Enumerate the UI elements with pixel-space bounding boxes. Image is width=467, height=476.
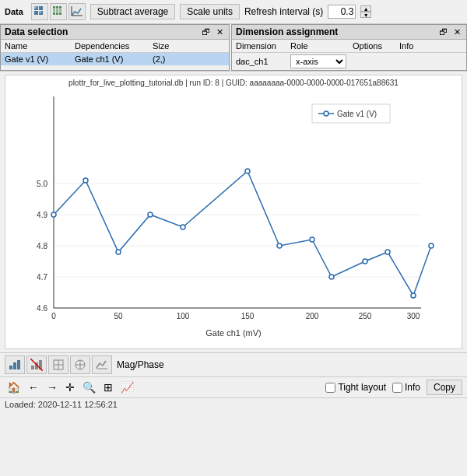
- status-text: Loaded: 2020-12-11 12:56:21: [5, 400, 118, 409]
- dimension-assignment-title: Dimension assignment: [236, 26, 338, 37]
- tight-layout-label: Tight layout: [338, 382, 386, 393]
- bottom-toolbar: Mag/Phase: [0, 352, 467, 376]
- zoom-icon[interactable]: 🔍: [80, 380, 98, 395]
- col-options: Options: [353, 41, 399, 51]
- svg-rect-14: [59, 12, 61, 15]
- forward-icon[interactable]: →: [44, 380, 60, 395]
- data-selection-panel: Data selection 🗗 ✕ Name Dependencies Siz…: [0, 24, 230, 71]
- icon5-btn[interactable]: [92, 355, 112, 374]
- data-point: [116, 250, 121, 254]
- grid-icon[interactable]: [31, 3, 48, 20]
- svg-text:250: 250: [359, 312, 372, 320]
- info-checkbox[interactable]: [392, 383, 402, 393]
- svg-text:5.0: 5.0: [37, 180, 47, 188]
- svg-rect-10: [56, 9, 58, 12]
- back-plot-icon-btn[interactable]: [26, 355, 47, 374]
- dim-panel-close-icon[interactable]: ✕: [451, 27, 462, 37]
- data-point: [51, 212, 56, 217]
- legend-label: Gate v1 (V): [337, 110, 377, 118]
- col-role: Role: [290, 41, 353, 51]
- data-title: Data: [5, 7, 23, 16]
- tight-layout-checkbox[interactable]: [325, 383, 335, 393]
- chart-svg: Gate ch1 (mV) 4.6 4.7 4.8 4.9 5.0 0 50 1…: [9, 89, 452, 345]
- data-point: [385, 250, 390, 254]
- svg-rect-37: [13, 362, 16, 369]
- svg-text:4.7: 4.7: [37, 273, 47, 282]
- svg-text:4.6: 4.6: [37, 304, 47, 313]
- data-point: [83, 178, 88, 183]
- mag-phase-label: Mag/Phase: [114, 359, 164, 370]
- dim-panel-restore-icon[interactable]: 🗗: [437, 27, 448, 37]
- refresh-input[interactable]: [328, 5, 356, 19]
- main-toolbar: Data: [0, 0, 467, 24]
- data-point: [277, 243, 282, 248]
- nav-bar: 🏠 ← → ✛ 🔍 ⊞ 📈 Tight layout Info Copy: [0, 376, 467, 397]
- info-label: Info: [405, 382, 420, 393]
- svg-rect-6: [53, 6, 55, 9]
- panel-controls-left: 🗗 ✕: [200, 27, 225, 37]
- svg-rect-38: [17, 360, 20, 369]
- refresh-label: Refresh interval (s): [244, 6, 323, 17]
- svg-rect-4: [34, 6, 37, 9]
- icon3-btn[interactable]: [48, 355, 68, 374]
- nav-left: 🏠 ← → ✛ 🔍 ⊞ 📈: [5, 380, 136, 395]
- dim-name: dac_ch1: [236, 57, 290, 66]
- svg-rect-12: [53, 12, 55, 15]
- chart-wrap: Gate ch1 (mV) 4.6 4.7 4.8 4.9 5.0 0 50 1…: [9, 89, 458, 345]
- svg-text:4.8: 4.8: [37, 242, 47, 250]
- chart-subtitle: plottr_for_live_plotting_tutorial.db | r…: [9, 79, 458, 87]
- tight-layout-wrap: Tight layout: [325, 382, 386, 393]
- svg-text:300: 300: [407, 312, 420, 320]
- panel-close-icon[interactable]: ✕: [214, 27, 225, 37]
- svg-rect-39: [31, 366, 34, 369]
- panel-controls-right: 🗗 ✕: [437, 27, 462, 37]
- data-selection-row[interactable]: Gate v1 (V) Gate ch1 (V) (2,): [1, 53, 229, 65]
- data-selection-title: Data selection: [5, 26, 68, 37]
- data-point: [363, 259, 367, 264]
- back-icon[interactable]: ←: [26, 380, 41, 395]
- copy-button[interactable]: Copy: [427, 380, 462, 395]
- data-point: [245, 169, 250, 173]
- data-point: [181, 225, 185, 229]
- svg-rect-9: [53, 9, 55, 12]
- chart-line-icon[interactable]: [68, 3, 86, 20]
- col-name: Name: [5, 41, 75, 51]
- svg-rect-2: [34, 11, 38, 15]
- svg-text:100: 100: [177, 312, 190, 320]
- icon-group-1: [31, 3, 86, 20]
- spinner-up[interactable]: ▲: [360, 5, 371, 12]
- spinner-down[interactable]: ▼: [360, 12, 371, 18]
- move-icon[interactable]: ✛: [63, 380, 77, 395]
- dim-role-select[interactable]: x-axis y-axis none: [290, 54, 346, 68]
- icon4-btn[interactable]: [70, 355, 90, 374]
- svg-text:200: 200: [306, 312, 319, 320]
- panel-restore-icon[interactable]: 🗗: [200, 27, 211, 37]
- status-bar: Loaded: 2020-12-11 12:56:21: [0, 397, 467, 411]
- scale-units-button[interactable]: Scale units: [180, 4, 240, 19]
- refresh-spinner[interactable]: ▲ ▼: [360, 5, 371, 18]
- plot-icon-btn[interactable]: [5, 355, 25, 374]
- panels-row: Data selection 🗗 ✕ Name Dependencies Siz…: [0, 24, 467, 72]
- svg-rect-11: [59, 9, 61, 12]
- svg-rect-1: [39, 6, 43, 10]
- settings-icon[interactable]: ⊞: [101, 380, 115, 395]
- svg-rect-8: [59, 6, 61, 9]
- data-point: [411, 293, 416, 298]
- svg-rect-5: [39, 11, 41, 13]
- home-icon[interactable]: 🏠: [5, 380, 23, 395]
- data-selection-columns: Name Dependencies Size: [1, 40, 229, 53]
- svg-rect-13: [56, 12, 58, 15]
- row-size: (2,): [153, 54, 191, 64]
- data-point: [310, 237, 314, 242]
- data-point: [429, 243, 434, 248]
- grid2-icon[interactable]: [50, 3, 67, 20]
- col-info: Info: [399, 41, 430, 51]
- subtract-average-button[interactable]: Subtract average: [90, 4, 175, 19]
- info-wrap: Info: [392, 382, 420, 393]
- dim-row: dac_ch1 x-axis y-axis none: [232, 53, 466, 70]
- nav-right: Tight layout Info Copy: [325, 380, 462, 395]
- export-icon[interactable]: 📈: [118, 380, 136, 395]
- dimension-assignment-header: Dimension assignment 🗗 ✕: [232, 25, 466, 40]
- row-name: Gate v1 (V): [5, 54, 75, 64]
- data-point: [329, 275, 334, 279]
